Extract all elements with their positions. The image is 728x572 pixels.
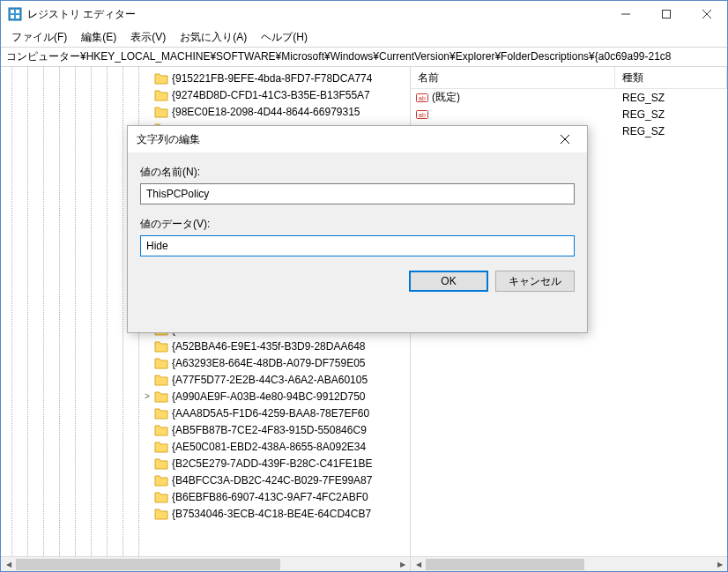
value-name-input[interactable] <box>140 183 575 204</box>
tree-item-label: {915221FB-9EFE-4bda-8FD7-F78DCA774 <box>172 72 372 85</box>
folder-icon <box>154 424 168 436</box>
scroll-thumb[interactable] <box>16 559 280 570</box>
close-icon <box>561 135 569 144</box>
close-button[interactable] <box>687 1 727 27</box>
value-name-label: 値の名前(N): <box>140 165 575 180</box>
ok-button[interactable]: OK <box>409 271 488 292</box>
value-type: REG_SZ <box>615 108 665 121</box>
window-title: レジストリ エディター <box>27 7 136 22</box>
svg-text:ab: ab <box>419 95 426 101</box>
tree-item[interactable]: {B4BFCC3A-DB2C-424C-B029-7FE99A87 <box>142 472 410 488</box>
tree-item-label: {9274BD8D-CFD1-41C3-B35E-B13F55A7 <box>172 89 370 101</box>
value-data-label: 値のデータ(V): <box>140 217 575 232</box>
app-icon <box>8 7 22 21</box>
dialog-titlebar: 文字列の編集 <box>128 126 587 152</box>
edit-string-dialog: 文字列の編集 値の名前(N): 値のデータ(V): OK キャンセル <box>127 125 588 333</box>
scroll-left-button[interactable]: ◀ <box>1 557 16 571</box>
svg-rect-6 <box>663 11 671 19</box>
tree-item-label: {AAA8D5A5-F1D6-4259-BAA8-78E7EF60 <box>172 407 369 420</box>
tree-item[interactable]: {98EC0E18-2098-4D44-8644-66979315 <box>142 103 410 120</box>
tree-guide-lines <box>1 67 142 556</box>
tree-item-label: {98EC0E18-2098-4D44-8644-66979315 <box>172 106 360 118</box>
minimize-button[interactable] <box>605 1 646 27</box>
scroll-left-button[interactable]: ◀ <box>411 557 426 571</box>
svg-rect-3 <box>11 15 14 19</box>
tree-item-label: {AB5FB87B-7CE2-4F83-915D-550846C9 <box>172 424 367 436</box>
scroll-right-button[interactable]: ▶ <box>395 557 410 571</box>
folder-icon <box>154 390 168 403</box>
tree-item[interactable]: {A52BBA46-E9E1-435f-B3D9-28DAA648 <box>142 338 410 354</box>
folder-icon <box>154 508 168 520</box>
svg-rect-1 <box>11 10 14 13</box>
tree-item[interactable]: {B2C5E279-7ADD-439F-B28C-C41FE1BE <box>142 455 410 472</box>
menu-file[interactable]: ファイル(F) <box>4 28 74 47</box>
menu-help[interactable]: ヘルプ(H) <box>254 28 315 47</box>
tree-horizontal-scrollbar[interactable]: ◀ ▶ <box>1 556 410 571</box>
list-horizontal-scrollbar[interactable]: ◀ ▶ <box>411 556 727 571</box>
column-type[interactable]: 種類 <box>615 67 727 88</box>
tree-item[interactable]: {B6EBFB86-6907-413C-9AF7-4FC2ABF0 <box>142 488 410 505</box>
expand-icon[interactable]: > <box>142 391 152 401</box>
tree-item-label: {A77F5D77-2E2B-44C3-A6A2-ABA60105 <box>172 374 368 386</box>
list-row[interactable]: abREG_SZ <box>411 106 727 123</box>
tree-item[interactable]: {AAA8D5A5-F1D6-4259-BAA8-78E7EF60 <box>142 405 410 421</box>
tree-item-label: {AE50C081-EBD2-438A-8655-8A092E34 <box>172 441 366 453</box>
value-data-input[interactable] <box>140 235 575 256</box>
svg-rect-2 <box>16 10 19 13</box>
folder-icon <box>154 89 168 101</box>
dialog-title: 文字列の編集 <box>137 132 552 147</box>
folder-icon <box>154 72 168 85</box>
list-row[interactable]: ab(既定)REG_SZ <box>411 89 727 106</box>
titlebar: レジストリ エディター <box>1 1 727 27</box>
folder-icon <box>154 374 168 386</box>
folder-icon <box>154 357 168 369</box>
tree-item[interactable]: {A63293E8-664E-48DB-A079-DF759E05 <box>142 354 410 371</box>
tree-item-label: {B4BFCC3A-DB2C-424C-B029-7FE99A87 <box>172 474 372 487</box>
folder-icon <box>154 407 168 420</box>
menu-view[interactable]: 表示(V) <box>123 28 173 47</box>
tree-item[interactable]: {AB5FB87B-7CE2-4F83-915D-550846C9 <box>142 421 410 438</box>
svg-rect-4 <box>16 15 19 19</box>
folder-icon <box>154 491 168 503</box>
maximize-button[interactable] <box>646 1 687 27</box>
tree-item[interactable]: >{A990AE9F-A03B-4e80-94BC-9912D750 <box>142 388 410 405</box>
tree-item[interactable]: {AE50C081-EBD2-438A-8655-8A092E34 <box>142 438 410 455</box>
cancel-button[interactable]: キャンセル <box>495 271 575 292</box>
scroll-right-button[interactable]: ▶ <box>712 557 727 571</box>
tree-item[interactable]: {915221FB-9EFE-4bda-8FD7-F78DCA774 <box>142 70 410 86</box>
folder-icon <box>154 106 168 118</box>
value-type: REG_SZ <box>615 125 665 137</box>
folder-icon <box>154 457 168 470</box>
tree-item[interactable]: {B7534046-3ECB-4C18-BE4E-64CD4CB7 <box>142 505 410 522</box>
folder-icon <box>154 340 168 353</box>
tree-item-label: {A990AE9F-A03B-4e80-94BC-9912D750 <box>172 390 365 403</box>
tree-item-label: {B6EBFB86-6907-413C-9AF7-4FC2ABF0 <box>172 491 368 503</box>
tree-item-label: {B7534046-3ECB-4C18-BE4E-64CD4CB7 <box>172 508 371 520</box>
tree-item-label: {A52BBA46-E9E1-435f-B3D9-28DAA648 <box>172 340 365 353</box>
svg-text:ab: ab <box>419 112 426 118</box>
list-header: 名前 種類 <box>411 67 727 89</box>
folder-icon <box>154 441 168 453</box>
tree-item-label: {A63293E8-664E-48DB-A079-DF759E05 <box>172 357 365 369</box>
folder-icon <box>154 474 168 487</box>
menubar: ファイル(F) 編集(E) 表示(V) お気に入り(A) ヘルプ(H) <box>1 27 727 47</box>
string-value-icon: ab <box>416 108 428 121</box>
string-value-icon: ab <box>416 92 428 104</box>
scroll-thumb[interactable] <box>426 559 584 570</box>
tree-item-label: {B2C5E279-7ADD-439F-B28C-C41FE1BE <box>172 457 372 470</box>
value-name: (既定) <box>432 90 460 105</box>
dialog-close-button[interactable] <box>552 126 578 152</box>
menu-edit[interactable]: 編集(E) <box>74 28 123 47</box>
address-bar[interactable]: コンピューター¥HKEY_LOCAL_MACHINE¥SOFTWARE¥Micr… <box>1 47 727 67</box>
menu-favorites[interactable]: お気に入り(A) <box>173 28 254 47</box>
tree-item[interactable]: {A77F5D77-2E2B-44C3-A6A2-ABA60105 <box>142 371 410 388</box>
value-type: REG_SZ <box>615 92 665 104</box>
tree-item[interactable]: {9274BD8D-CFD1-41C3-B35E-B13F55A7 <box>142 86 410 103</box>
address-text: コンピューター¥HKEY_LOCAL_MACHINE¥SOFTWARE¥Micr… <box>6 49 672 64</box>
column-name[interactable]: 名前 <box>411 67 615 88</box>
